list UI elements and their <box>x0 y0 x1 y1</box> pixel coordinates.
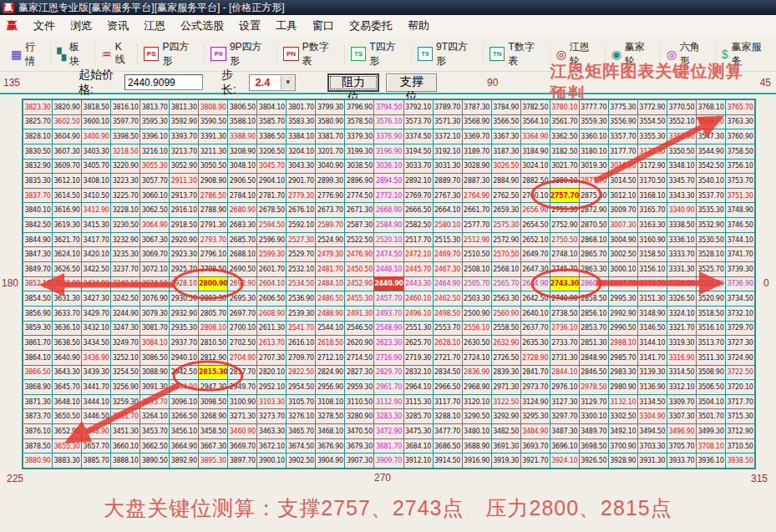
matrix-cell: 2548.90 <box>374 322 403 336</box>
menu-item-2[interactable]: 资讯 <box>99 17 136 34</box>
matrix-cell: 2508.10 <box>463 262 491 276</box>
matrix-cell: 3444.10 <box>82 395 110 409</box>
matrix-cell: 3410.50 <box>82 189 110 203</box>
toolbar-button-p-table[interactable]: PNP数字表 <box>276 43 343 65</box>
matrix-cell: 3084.10 <box>140 336 169 350</box>
matrix-cell: 3796.90 <box>345 100 373 114</box>
matrix-cell: 3453.70 <box>140 424 169 438</box>
menu-item-1[interactable]: 浏览 <box>63 17 99 34</box>
matrix-cell: 2668.90 <box>374 203 403 217</box>
matrix-key-cell: 2743.30 <box>550 277 579 291</box>
matrix-cell: 2613.70 <box>257 336 286 350</box>
matrix-cell: 3847.30 <box>23 247 52 261</box>
matrix-cell: 3220.90 <box>111 160 139 174</box>
matrix-cell: 2616.10 <box>287 336 315 350</box>
chevron-down-icon[interactable]: ▼ <box>281 76 295 89</box>
matrix-cell: 3055.30 <box>140 160 169 174</box>
toolbar-button-kline[interactable]: ♒K线 <box>94 43 137 65</box>
matrix-cell: 3549.70 <box>697 115 725 129</box>
toolbar-button-quote-grid[interactable]: ▦行情 <box>5 43 50 65</box>
step-label: 步长: <box>221 68 246 98</box>
menu-item-5[interactable]: 设置 <box>231 17 268 34</box>
matrix-cell: 3156.10 <box>638 262 667 276</box>
matrix-cell: 3115.30 <box>404 395 433 409</box>
matrix-cell: 3309.70 <box>667 395 696 409</box>
matrix-cell: 2484.10 <box>316 277 344 291</box>
matrix-cell: 3525.70 <box>697 262 725 276</box>
menu-item-8[interactable]: 交易委托 <box>342 17 400 34</box>
toolbar-button-9t-square[interactable]: T99T四方形 <box>411 43 483 65</box>
matrix-cell: 3386.50 <box>257 129 286 144</box>
matrix-cell: 2642.50 <box>521 291 550 306</box>
matrix-cell: 3016.90 <box>609 160 637 174</box>
start-price-input[interactable] <box>124 74 203 90</box>
menu-item-9[interactable]: 帮助 <box>400 17 437 34</box>
matrix-cell: 3127.30 <box>550 395 579 409</box>
matrix-cell: 2618.50 <box>316 336 344 350</box>
matrix-cell: 3873.70 <box>23 409 52 423</box>
matrix-cell: 3355.30 <box>638 129 667 144</box>
matrix-cell: 3278.50 <box>316 409 344 423</box>
toolbar-button-t-square[interactable]: TST四方形 <box>344 43 411 65</box>
matrix-cell: 3842.50 <box>23 218 52 232</box>
matrix-cell: 3194.50 <box>404 144 433 159</box>
matrix-cell: 2688.10 <box>228 247 256 261</box>
resistance-button[interactable]: 阻力位 <box>327 73 380 92</box>
matrix-cell: 3609.70 <box>53 160 81 174</box>
matrix-cell: 2625.70 <box>404 336 433 350</box>
matrix-cell: 2448.10 <box>374 262 403 276</box>
matrix-cell: 3470.50 <box>345 424 373 438</box>
matrix-cell: 3405.70 <box>82 160 110 174</box>
toolbar-label: P数字表 <box>302 40 338 68</box>
menu-item-0[interactable]: 文件 <box>26 17 63 34</box>
matrix-cell: 3607.30 <box>53 144 81 159</box>
matrix-cell: 2719.30 <box>404 351 433 365</box>
toolbar-button-t-table[interactable]: TNT数字表 <box>483 43 550 65</box>
support-button[interactable]: 支撑位 <box>386 73 437 92</box>
menu-item-7[interactable]: 窗口 <box>305 17 342 34</box>
matrix-cell: 2529.70 <box>287 247 315 261</box>
matrix-cell: 2697.70 <box>228 307 256 321</box>
matrix-cell: 2760.10 <box>521 189 550 203</box>
matrix-cell: 3830.50 <box>23 144 52 159</box>
menu-item-6[interactable]: 工具 <box>268 17 305 34</box>
matrix-cell: 3412.90 <box>82 203 110 217</box>
matrix-cell: 3040.90 <box>316 160 344 174</box>
toolbar-button-blocks[interactable]: ▚板块 <box>50 43 94 65</box>
matrix-cell: 3566.50 <box>492 115 520 129</box>
matrix-cell: 2726.50 <box>492 351 520 365</box>
matrix-cell: 3420.10 <box>82 247 110 261</box>
matrix-cell: 3175.30 <box>638 144 667 159</box>
matrix-cell: 3856.90 <box>23 307 52 321</box>
matrix-cell: 3631.30 <box>53 291 81 306</box>
matrix-cell: 2964.10 <box>404 380 433 394</box>
matrix-cell: 2486.50 <box>316 291 344 306</box>
matrix-cell: 3451.30 <box>111 424 139 438</box>
matrix-cell: 2472.10 <box>404 247 433 261</box>
matrix-cell: 3376.90 <box>374 129 403 144</box>
matrix-cell: 3840.10 <box>23 203 52 217</box>
matrix-cell: 2695.30 <box>228 291 256 306</box>
matrix-cell: 3816.10 <box>111 100 139 114</box>
matrix-cell: 2971.30 <box>492 380 520 394</box>
matrix-cell: 3926.50 <box>580 453 608 468</box>
matrix-cell: 2865.70 <box>580 247 608 261</box>
key-level-annotation: 大盘关键位测算：支撑2757、2743点 压力2800、2815点 <box>0 494 776 522</box>
menu-item-3[interactable]: 江恩 <box>136 17 173 34</box>
menu-item-4[interactable]: 公式选股 <box>173 17 231 34</box>
toolbar-button-p-square[interactable]: PSP四方形 <box>137 43 204 65</box>
matrix-cell: 2455.30 <box>345 291 373 306</box>
matrix-cell: 3734.50 <box>726 291 754 306</box>
matrix-cell: 3436.90 <box>82 351 110 365</box>
matrix-cell: 3319.30 <box>667 336 696 350</box>
matrix-cell: 3045.70 <box>257 160 286 174</box>
matrix-cell: 3571.30 <box>434 115 462 129</box>
matrix-cell: 3583.30 <box>287 115 315 129</box>
matrix-cell: 3129.70 <box>580 395 608 409</box>
matrix-cell: 2652.10 <box>521 233 550 247</box>
step-select[interactable]: 2.4 ▼ <box>249 74 295 91</box>
matrix-cell: 3878.50 <box>23 439 52 453</box>
matrix-cell: 3600.10 <box>82 115 110 129</box>
toolbar-button-9p-square[interactable]: P99P四方形 <box>204 43 276 65</box>
matrix-cell: 2467.30 <box>434 262 462 276</box>
